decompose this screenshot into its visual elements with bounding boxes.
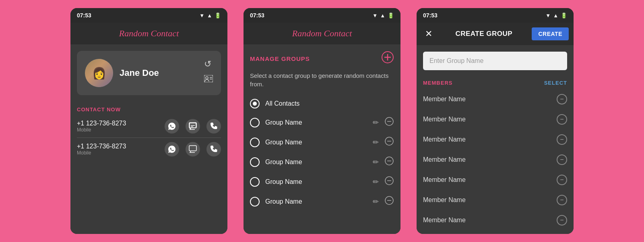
app-title-1: Random Contact [119,28,179,38]
member-name-4: Member Name [423,176,466,184]
contact-number-1: +1 123-736-8273 [77,120,126,127]
group-actions-3: ✏ [373,156,394,168]
status-bar-3: 07:53 ▼ ▲ 🔋 [417,8,574,23]
battery-icon-3: 🔋 [561,13,567,19]
member-item-4: Member Name − [417,170,574,190]
remove-icon-1[interactable] [384,117,394,128]
group-name-4: Group Name [265,178,367,186]
edit-icon-5[interactable]: ✏ [373,197,379,206]
sms-icon-2[interactable] [186,142,200,156]
edit-icon-1[interactable]: ✏ [373,118,379,127]
battery-icon-2: 🔋 [388,13,394,19]
svg-rect-0 [204,75,213,82]
sms-icon-1[interactable] [186,119,200,134]
member-name-1: Member Name [423,116,466,123]
remove-member-6[interactable]: − [557,215,567,225]
member-item-1: Member Name − [417,109,574,129]
contact-id-icon[interactable] [204,75,213,84]
remove-member-1[interactable]: − [557,114,567,125]
members-header: MEMBERS SELECT [417,77,574,89]
refresh-icon[interactable]: ↺ [204,59,213,69]
whatsapp-icon-1[interactable] [165,119,179,134]
remove-member-2[interactable]: − [557,134,567,145]
manage-title: MANAGE GROUPS [250,55,310,62]
app-title-2: Random Contact [292,28,352,38]
group-item-all[interactable]: All Contacts [244,95,400,113]
contact-actions-2 [165,142,221,156]
contact-item-2: +1 123-736-8273 Mobile [70,138,227,161]
radio-4[interactable] [250,177,260,187]
group-name-all: All Contacts [265,100,394,107]
group-actions-1: ✏ [373,117,394,128]
select-label[interactable]: SELECT [544,80,567,86]
radio-all[interactable] [250,99,260,108]
add-group-button[interactable] [381,51,394,67]
status-time-1: 07:53 [77,12,91,19]
contact-number-2: +1 123-736-8273 [77,143,126,150]
remove-member-3[interactable]: − [557,154,567,165]
contact-actions-1 [165,119,221,134]
contact-name: Jane Doe [120,68,159,78]
contact-now-label: CONTACT NOW [70,102,227,115]
group-item-5[interactable]: Group Name ✏ [244,192,400,211]
close-button[interactable]: ✕ [421,29,436,39]
svg-rect-5 [189,146,196,151]
group-name-1: Group Name [265,119,367,126]
remove-member-5[interactable]: − [557,195,567,205]
radio-2[interactable] [250,138,260,147]
member-item-3: Member Name − [417,150,574,170]
contact-number-block-1: +1 123-736-8273 Mobile [77,120,126,133]
member-name-5: Member Name [423,196,466,204]
status-time-3: 07:53 [423,12,438,19]
remove-member-0[interactable]: − [557,94,567,104]
app-header-2: Random Contact [244,23,400,44]
edit-icon-2[interactable]: ✏ [373,138,379,147]
status-icons-1: ▼ ▲ 🔋 [199,13,221,19]
remove-icon-5[interactable] [384,196,394,207]
edit-icon-3[interactable]: ✏ [373,158,379,167]
phone-icon-1[interactable] [206,119,221,134]
contact-item-1: +1 123-736-8273 Mobile [70,115,227,138]
create-button[interactable]: CREATE [532,27,569,40]
radio-5[interactable] [250,197,260,207]
remove-member-4[interactable]: − [557,175,567,185]
status-time-2: 07:53 [250,12,264,19]
group-item-1[interactable]: Group Name ✏ [244,113,400,132]
group-name-placeholder: Enter Group Name [429,57,483,64]
group-item-3[interactable]: Group Name ✏ [244,152,400,172]
remove-icon-2[interactable] [384,136,394,148]
contact-type-2: Mobile [77,150,126,156]
member-name-3: Member Name [423,156,466,163]
whatsapp-icon-2[interactable] [165,142,179,156]
group-name-3: Group Name [265,159,367,166]
member-item-2: Member Name − [417,129,574,150]
group-name-input[interactable]: Enter Group Name [423,52,567,70]
screen2-content: MANAGE GROUPS Select a contact group to … [244,44,400,234]
radio-1[interactable] [250,118,260,127]
group-item-2[interactable]: Group Name ✏ [244,132,400,152]
remove-icon-3[interactable] [384,156,394,168]
group-item-4[interactable]: Group Name ✏ [244,172,400,192]
wifi-icon-3: ▼ [545,13,551,19]
screen3-phone: 07:53 ▼ ▲ 🔋 ✕ CREATE GROUP CREATE Enter … [417,8,574,234]
screen2-phone: 07:53 ▼ ▲ 🔋 Random Contact MANAGE GROUPS… [244,8,400,234]
edit-icon-4[interactable]: ✏ [373,177,379,186]
avatar: 👩 [85,59,113,87]
signal-icon-3: ▲ [553,13,558,19]
member-name-6: Member Name [423,217,466,224]
wifi-icon: ▼ [199,13,204,19]
group-actions-5: ✏ [373,196,394,207]
radio-3[interactable] [250,157,260,167]
wifi-icon-2: ▼ [372,13,378,19]
contact-type-1: Mobile [77,127,126,133]
member-item-5: Member Name − [417,190,574,210]
remove-icon-4[interactable] [384,176,394,188]
signal-icon: ▲ [207,13,212,19]
screen1-phone: 07:53 ▼ ▲ 🔋 Random Contact 👩 Jane Doe ↺ [70,8,227,234]
phone-icon-2[interactable] [206,142,221,156]
member-item-0: Member Name − [417,89,574,109]
members-label: MEMBERS [423,80,452,86]
screen1-content: 👩 Jane Doe ↺ CONTACT NOW [70,44,227,234]
create-group-title: CREATE GROUP [440,30,528,38]
status-bar-1: 07:53 ▼ ▲ 🔋 [70,8,227,23]
